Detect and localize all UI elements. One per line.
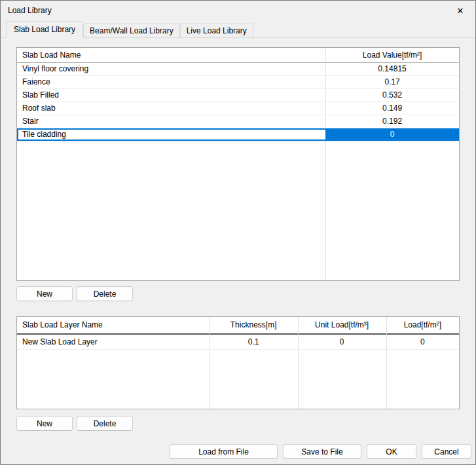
load-value-cell[interactable]: 0.14815: [325, 63, 459, 75]
save-to-file-button[interactable]: Save to File: [283, 444, 361, 459]
table-row[interactable]: New Slab Load Layer0.100: [17, 335, 459, 350]
slab-table-buttons: New Delete: [16, 286, 460, 301]
layer-name-header: Slab Load Layer Name: [17, 317, 210, 333]
column-divider: [386, 317, 387, 409]
slab-load-name-cell[interactable]: Slab Filled: [17, 89, 325, 102]
slab-new-button[interactable]: New: [16, 286, 73, 301]
load-value-cell[interactable]: 0: [325, 128, 459, 141]
tab-beam-wall-load-library[interactable]: Beam/Wall Load Library: [83, 24, 180, 38]
load-library-dialog: Load Library ✕ Slab Load LibraryBeam/Wal…: [0, 0, 476, 465]
layer-table-buttons: New Delete: [16, 416, 460, 431]
slab-load-name-cell[interactable]: Vinyl floor covering: [17, 63, 325, 75]
load-value-cell[interactable]: 0.532: [325, 89, 459, 102]
thickness-header: Thickness[m]: [210, 317, 298, 333]
slab-load-name-cell[interactable]: Faience: [17, 76, 325, 88]
slab-table-body: Vinyl floor covering0.14815Faience0.17Sl…: [17, 63, 459, 141]
column-divider: [210, 317, 210, 409]
load-value-cell[interactable]: 0.17: [325, 76, 459, 88]
tab-slab-load-library[interactable]: Slab Load Library: [6, 21, 83, 38]
table-row[interactable]: Stair0.192: [17, 115, 459, 128]
cancel-button[interactable]: Cancel: [422, 444, 471, 459]
table-row[interactable]: Vinyl floor covering0.14815: [17, 63, 459, 76]
slab-load-layer-table: Slab Load Layer Name Thickness[m] Unit L…: [16, 316, 460, 409]
title-bar: Load Library ✕: [1, 1, 475, 20]
load-from-file-button[interactable]: Load from File: [170, 444, 278, 459]
load-value-header: Load Value[tf/m²]: [325, 48, 459, 62]
layer-table-body: New Slab Load Layer0.100: [17, 335, 459, 350]
tab-page-slab-load-library: Slab Load Name Load Value[tf/m²] Vinyl f…: [1, 38, 475, 431]
table-row[interactable]: Tile cladding0: [17, 128, 459, 141]
table-row[interactable]: Faience0.17: [17, 76, 459, 89]
load-cell[interactable]: 0: [386, 335, 459, 349]
slab-table-header: Slab Load Name Load Value[tf/m²]: [17, 48, 459, 63]
unit-load-header: Unit Load[tf/m³]: [298, 317, 386, 333]
window-title: Load Library: [1, 6, 52, 15]
close-icon[interactable]: ✕: [445, 1, 475, 20]
slab-load-name-cell[interactable]: Roof slab: [17, 102, 325, 115]
slab-load-table: Slab Load Name Load Value[tf/m²] Vinyl f…: [16, 47, 460, 281]
layer-new-button[interactable]: New: [16, 416, 73, 431]
ok-button[interactable]: OK: [367, 444, 416, 459]
footer-buttons: Load from File Save to File OK Cancel: [170, 444, 471, 459]
load-value-cell[interactable]: 0.192: [325, 115, 459, 128]
load-header: Load[tf/m²]: [386, 317, 459, 333]
slab-delete-button[interactable]: Delete: [77, 286, 133, 301]
layer-table-header: Slab Load Layer Name Thickness[m] Unit L…: [17, 317, 459, 335]
load-value-cell[interactable]: 0.149: [325, 102, 459, 115]
slab-load-name-header: Slab Load Name: [17, 48, 325, 62]
table-row[interactable]: Slab Filled0.532: [17, 89, 459, 102]
thickness-cell[interactable]: 0.1: [210, 335, 298, 349]
layer-name-cell[interactable]: New Slab Load Layer: [17, 335, 210, 349]
tab-live-load-library[interactable]: Live Load Library: [180, 24, 253, 38]
slab-load-name-cell[interactable]: Stair: [17, 115, 325, 128]
tab-bar: Slab Load LibraryBeam/Wall Load LibraryL…: [1, 20, 475, 38]
slab-load-name-cell[interactable]: Tile cladding: [17, 128, 325, 141]
unit-load-cell[interactable]: 0: [298, 335, 386, 349]
column-divider: [298, 317, 299, 409]
table-row[interactable]: Roof slab0.149: [17, 102, 459, 115]
layer-delete-button[interactable]: Delete: [77, 416, 133, 431]
